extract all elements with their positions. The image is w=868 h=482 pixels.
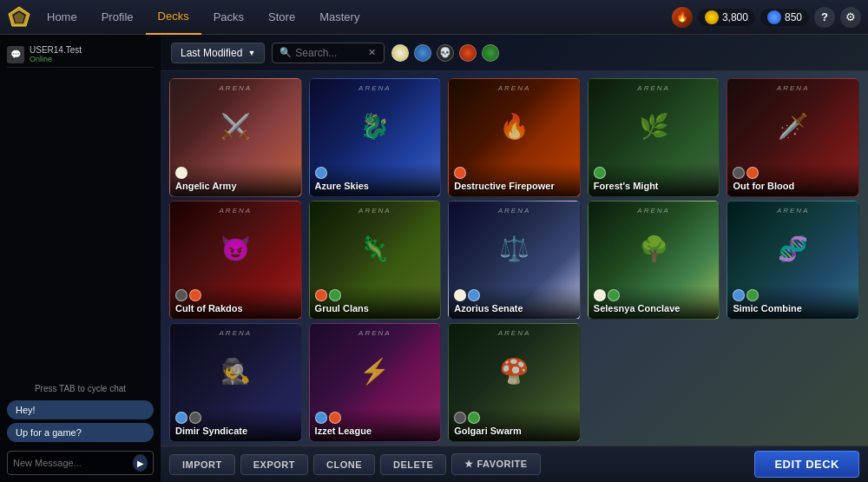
deck-art-figure: 🧬 xyxy=(727,201,858,295)
logo[interactable] xyxy=(7,5,31,30)
bottom-bar: IMPORT EXPORT CLONE DELETE ★ FAVORITE Ed… xyxy=(161,446,868,482)
flame-icon[interactable]: 🔥 xyxy=(672,7,693,28)
deck-art-figure: 🐉 xyxy=(310,79,441,173)
nav-packs[interactable]: Packs xyxy=(201,0,256,35)
deck-card-destructive-fp[interactable]: ARENA🔥Destructive Firepower xyxy=(448,78,581,197)
deck-overlay: Simic Combine xyxy=(727,286,858,319)
deck-card-gruul-clans[interactable]: ARENA🦎Gruul Clans xyxy=(309,201,442,320)
color-dot-blue xyxy=(733,289,745,301)
deck-overlay: Angelic Army xyxy=(170,163,301,196)
deck-art-figure: 🌿 xyxy=(589,79,720,173)
filter-blue[interactable] xyxy=(414,44,431,62)
deck-name: Izzet League xyxy=(315,426,372,436)
color-dot-green xyxy=(468,412,480,424)
deck-card-selesnya-conclave[interactable]: ARENA🌳Selesnya Conclave xyxy=(588,201,720,320)
deck-overlay: Out for Blood xyxy=(727,163,858,196)
user-status: Online xyxy=(30,55,82,63)
gold-amount: 3,800 xyxy=(722,11,748,23)
nav-profile[interactable]: Profile xyxy=(89,0,146,35)
deck-card-out-for-blood[interactable]: ARENA🗡️Out for Blood xyxy=(727,78,859,197)
nav-home[interactable]: Home xyxy=(35,0,89,35)
deck-art-figure: 😈 xyxy=(170,201,301,295)
deck-card-forests-might[interactable]: ARENA🌿Forest's Might xyxy=(588,78,720,197)
deck-colors xyxy=(175,289,201,301)
deck-card-azorius-senate[interactable]: ARENA⚖️Azorius Senate xyxy=(448,201,581,320)
nav-decks[interactable]: Decks xyxy=(146,0,201,35)
import-button[interactable]: IMPORT xyxy=(169,454,235,475)
color-dot-red xyxy=(454,167,466,179)
favorite-button[interactable]: ★ FAVORITE xyxy=(451,453,540,475)
clone-button[interactable]: CLONE xyxy=(313,454,375,475)
chevron-down-icon: ▼ xyxy=(247,49,255,57)
color-dot-blue xyxy=(315,167,327,179)
edit-deck-button[interactable]: Edit Deck xyxy=(754,451,859,478)
deck-colors xyxy=(315,412,341,424)
deck-name: Angelic Army xyxy=(175,181,237,191)
color-dot-green xyxy=(608,289,620,301)
color-dot-black xyxy=(189,412,201,424)
chat-input-bar: ▶ xyxy=(7,451,154,475)
filter-red[interactable] xyxy=(459,44,477,62)
deck-name: Destructive Firepower xyxy=(454,181,555,191)
filter-white[interactable] xyxy=(391,44,409,62)
nav-mastery[interactable]: Mastery xyxy=(307,0,372,35)
color-dot-white xyxy=(175,167,187,179)
color-dot-green xyxy=(329,289,341,301)
deck-art-figure: 🗡️ xyxy=(727,79,858,173)
deck-art-figure: ⚔️ xyxy=(170,79,301,173)
chat-input[interactable] xyxy=(13,458,133,468)
deck-card-simic-combine[interactable]: ARENA🧬Simic Combine xyxy=(727,201,859,320)
help-icon[interactable]: ? xyxy=(814,7,835,28)
deck-name: Azure Skies xyxy=(315,181,369,191)
color-dot-green xyxy=(746,289,759,301)
clear-search-icon[interactable]: ✕ xyxy=(368,47,376,58)
deck-colors xyxy=(175,412,201,424)
deck-overlay: Dimir Syndicate xyxy=(170,408,301,441)
deck-colors xyxy=(315,167,327,179)
filter-green[interactable] xyxy=(482,44,499,62)
mana-filter-icons: 💀 xyxy=(391,44,499,62)
nav-currency-area: 🔥 3,800 850 ? ⚙ xyxy=(672,7,861,28)
avatar: 💬 xyxy=(7,46,24,63)
deck-card-izzet-league[interactable]: ARENA⚡Izzet League xyxy=(309,323,442,442)
nav-store[interactable]: Store xyxy=(256,0,307,35)
deck-overlay: Azorius Senate xyxy=(449,286,580,319)
export-button[interactable]: EXPORT xyxy=(240,454,308,475)
deck-card-dimir-syndicate[interactable]: ARENA🕵️Dimir Syndicate xyxy=(169,323,302,442)
deck-colors xyxy=(175,167,187,179)
settings-icon[interactable]: ⚙ xyxy=(840,7,861,28)
chat-send-button[interactable]: ▶ xyxy=(133,454,148,472)
deck-art-figure: 🍄 xyxy=(449,324,580,418)
color-dot-black xyxy=(733,167,745,179)
deck-name: Gruul Clans xyxy=(315,303,369,314)
decks-grid: ARENA⚔️Angelic ArmyARENA🐉Azure SkiesAREN… xyxy=(161,71,868,446)
deck-card-angelic-army[interactable]: ARENA⚔️Angelic Army xyxy=(169,78,302,197)
color-dot-black xyxy=(454,412,466,424)
sidebar: 💬 USER14.Test Online Press TAB to cycle … xyxy=(0,35,161,482)
deck-name: Golgari Swarm xyxy=(454,426,522,436)
deck-art-figure: ⚖️ xyxy=(449,201,580,295)
deck-colors xyxy=(454,412,480,424)
gem-icon xyxy=(767,10,781,24)
gold-icon xyxy=(705,10,719,24)
deck-overlay: Golgari Swarm xyxy=(449,408,580,441)
search-box[interactable]: 🔍 ✕ xyxy=(272,43,385,63)
filter-black[interactable]: 💀 xyxy=(437,44,454,62)
deck-card-golgari-swarm[interactable]: ARENA🍄Golgari Swarm xyxy=(448,323,581,442)
delete-button[interactable]: DELETE xyxy=(380,454,446,475)
color-dot-white xyxy=(454,289,466,301)
deck-overlay: Selesnya Conclave xyxy=(589,286,720,319)
sort-dropdown[interactable]: Last Modified ▼ xyxy=(171,43,265,63)
deck-card-cult-of-rakdos[interactable]: ARENA😈Cult of Rakdos xyxy=(169,201,302,320)
username: USER14.Test xyxy=(30,45,82,55)
deck-card-azure-skies[interactable]: ARENA🐉Azure Skies xyxy=(309,78,442,197)
color-dot-red xyxy=(329,412,341,424)
deck-name: Cult of Rakdos xyxy=(175,303,243,314)
deck-art-figure: 🌳 xyxy=(589,201,720,295)
deck-colors xyxy=(454,289,480,301)
search-input[interactable] xyxy=(295,47,365,59)
deck-name: Out for Blood xyxy=(733,181,794,191)
chat-message-1: Hey! xyxy=(7,400,154,419)
color-dot-green xyxy=(594,167,606,179)
deck-art-figure: ⚡ xyxy=(310,324,441,418)
